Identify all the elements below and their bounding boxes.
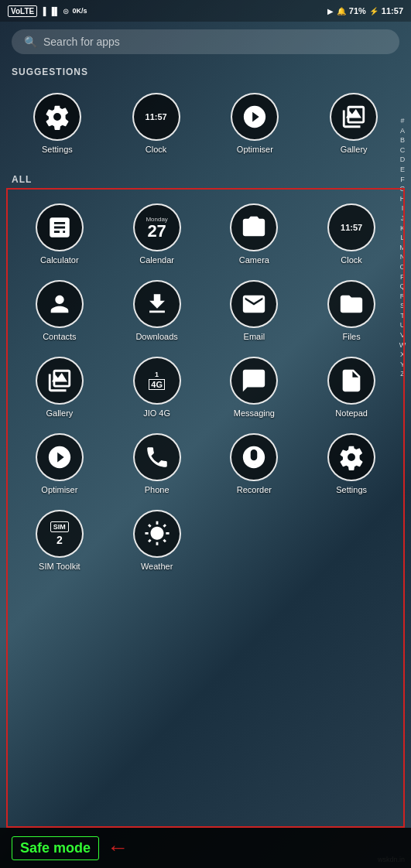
- all-apps-section: Calculator Monday 27 Calendar: [6, 188, 405, 828]
- app-calendar-label: Calendar: [139, 255, 174, 265]
- safe-mode-arrow: ←: [107, 836, 128, 860]
- suggestion-settings-label: Settings: [42, 145, 73, 154]
- suggestion-optimiser[interactable]: Optimiser: [228, 87, 282, 160]
- app-files-label: Files: [343, 332, 361, 341]
- signal-icon: ▐: [40, 7, 46, 15]
- app-contacts-label: Contacts: [43, 332, 76, 341]
- signal-icon2: ▐▌: [49, 7, 60, 15]
- app-notepad-label: Notepad: [335, 408, 368, 418]
- app-jio4g-label: JIO 4G: [143, 408, 170, 418]
- app-recorder-label: Recorder: [237, 485, 272, 494]
- app-messaging[interactable]: Messaging: [207, 350, 302, 424]
- app-grid: Calculator Monday 27 Calendar: [11, 196, 400, 579]
- suggestions-header: SUGGESTIONS: [0, 62, 411, 80]
- app-messaging-label: Messaging: [234, 408, 275, 418]
- battery-text: 71%: [349, 6, 366, 15]
- app-simtoolkit-label: SIM Toolkit: [39, 562, 80, 571]
- all-header: ALL: [0, 169, 411, 188]
- gallery-icon-circle: [330, 93, 378, 141]
- app-contacts[interactable]: Contacts: [12, 274, 107, 347]
- clock-icon-circle: 11:57: [132, 93, 180, 141]
- location-icon: ▶: [327, 7, 334, 15]
- optimiser-icon: [241, 104, 268, 130]
- status-bar: VoLTE ▐ ▐▌ ⊜ 0K/s ▶ 🔔 71% ⚡ 11:57: [0, 0, 411, 22]
- app-calculator-label: Calculator: [40, 255, 79, 265]
- clock-face: 11:57: [146, 113, 167, 121]
- jio4g-icon: 1 4G: [149, 371, 165, 390]
- app-settings-label: Settings: [336, 485, 367, 494]
- suggestion-clock[interactable]: 11:57 Clock: [129, 87, 183, 160]
- app-optimiser[interactable]: Optimiser: [12, 427, 107, 501]
- carrier-text: VoLTE: [8, 5, 37, 17]
- status-right: ▶ 🔔 71% ⚡ 11:57: [327, 6, 403, 15]
- safe-mode-bar: Safe mode ←: [0, 828, 411, 868]
- search-placeholder: Search for apps: [43, 36, 120, 48]
- phone-icon: [144, 444, 170, 470]
- app-camera[interactable]: Camera: [207, 197, 302, 271]
- charging-icon: ⚡: [369, 7, 378, 15]
- suggestion-gallery-label: Gallery: [341, 145, 368, 154]
- messaging-icon: [241, 367, 267, 394]
- app-clock-label: Clock: [341, 255, 362, 265]
- mute-icon: 🔔: [337, 7, 346, 15]
- app-email-label: Email: [244, 332, 265, 341]
- app-weather[interactable]: Weather: [110, 504, 204, 577]
- app-calendar[interactable]: Monday 27 Calendar: [110, 197, 204, 271]
- optimiser-icon-circle: [231, 93, 279, 141]
- weather-icon: [144, 521, 170, 547]
- suggestions-row: Settings 11:57 Clock Optimiser: [0, 80, 411, 169]
- app-settings[interactable]: Settings: [304, 427, 399, 501]
- app-gallery-label: Gallery: [46, 408, 73, 418]
- app-gallery-icon: [46, 367, 73, 394]
- files-icon: [338, 291, 365, 317]
- notepad-icon: [338, 367, 365, 394]
- settings-icon-circle: [33, 93, 81, 141]
- safe-mode-label: Safe mode: [12, 836, 99, 860]
- email-icon: [241, 291, 267, 317]
- app-jio4g[interactable]: 1 4G JIO 4G: [110, 350, 204, 424]
- app-downloads-label: Downloads: [135, 332, 177, 341]
- contacts-icon: [46, 291, 73, 317]
- app-camera-label: Camera: [239, 255, 269, 265]
- app-clock[interactable]: 11:57 Clock: [304, 197, 399, 271]
- calculator-icon: [46, 214, 73, 241]
- app-downloads[interactable]: Downloads: [110, 274, 204, 347]
- gear-icon: [44, 104, 70, 130]
- suggestion-clock-label: Clock: [146, 145, 167, 154]
- app-simtoolkit[interactable]: SIM 2 SIM Toolkit: [12, 504, 107, 577]
- speed-text: 0K/s: [72, 7, 87, 15]
- wifi-icon: ⊜: [63, 7, 69, 15]
- app-clock-face: 11:57: [341, 224, 362, 232]
- app-recorder[interactable]: Recorder: [207, 427, 302, 501]
- search-bar[interactable]: 🔍 Search for apps: [12, 29, 399, 54]
- recorder-icon: [241, 444, 267, 470]
- status-left: VoLTE ▐ ▐▌ ⊜ 0K/s: [8, 5, 87, 17]
- app-optimiser-label: Optimiser: [41, 485, 77, 494]
- suggestion-gallery[interactable]: Gallery: [327, 87, 381, 160]
- app-optimiser-icon: [46, 444, 73, 470]
- app-notepad[interactable]: Notepad: [304, 350, 399, 424]
- app-weather-label: Weather: [141, 562, 173, 571]
- app-phone[interactable]: Phone: [110, 427, 204, 501]
- app-files[interactable]: Files: [304, 274, 399, 347]
- suggestion-optimiser-label: Optimiser: [237, 145, 273, 154]
- app-settings-icon: [338, 444, 365, 470]
- search-icon: 🔍: [24, 36, 37, 48]
- app-email[interactable]: Email: [207, 274, 302, 347]
- suggestion-settings[interactable]: Settings: [30, 87, 84, 160]
- downloads-icon: [144, 291, 170, 317]
- gallery-icon: [341, 104, 367, 130]
- camera-icon: [241, 214, 267, 241]
- app-calculator[interactable]: Calculator: [12, 197, 107, 271]
- app-gallery[interactable]: Gallery: [12, 350, 107, 424]
- app-phone-label: Phone: [145, 485, 170, 494]
- time-text: 11:57: [382, 6, 403, 15]
- calendar-icon: Monday 27: [146, 216, 167, 240]
- simtoolkit-icon: SIM 2: [50, 521, 69, 546]
